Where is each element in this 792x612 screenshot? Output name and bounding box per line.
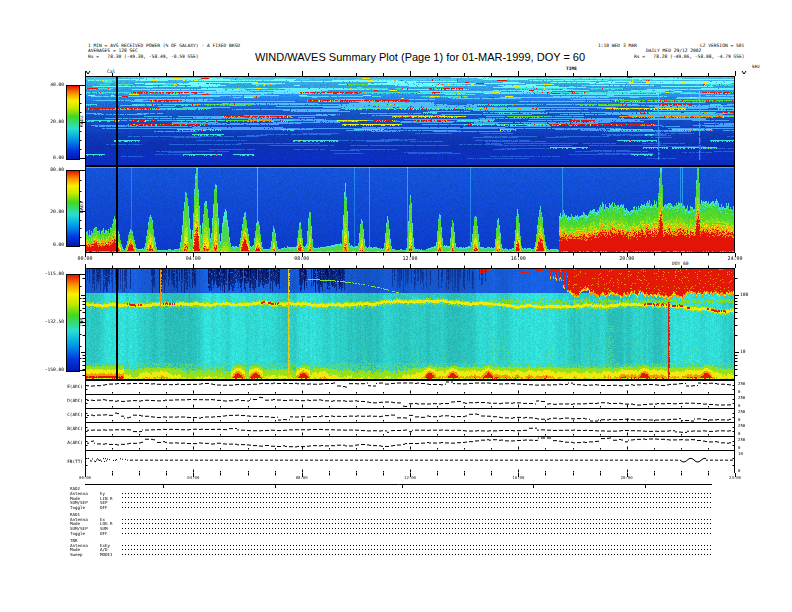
colorbar-tick-label: -115.00 — [28, 271, 64, 276]
strip-label: FB(TT) — [38, 459, 83, 464]
mid-hour-label: 24:00 — [722, 256, 748, 261]
settings-key: Toggle — [70, 505, 100, 510]
colorbar-tick-label: -132.50 — [28, 319, 64, 324]
colorbar-tick-label: 0.00 — [28, 155, 64, 160]
strip-label: E(ADC) — [38, 384, 83, 389]
dotted-leader — [122, 502, 712, 503]
dotted-leader — [122, 533, 712, 534]
tnr-freq-label-10: 10 — [740, 349, 746, 354]
bottom-hour-label: 00:00 — [73, 475, 97, 480]
bottom-hour-label: 20:00 — [615, 475, 639, 480]
settings-value: OFF — [100, 505, 122, 510]
bottom-hour-label: 12:00 — [398, 475, 422, 480]
tnr-freq-label-100: 100 — [740, 292, 748, 297]
settings-row: ToggleOFF — [70, 505, 712, 510]
settings-value: MODE1 — [100, 552, 122, 557]
strip-label: C(ADC) — [38, 412, 83, 417]
colorbar-tick-label: 80.00 — [28, 167, 64, 172]
strip-ymin-label: 0 — [738, 431, 740, 436]
bottom-hour-label: 04:00 — [181, 475, 205, 480]
dotted-leader — [122, 507, 712, 508]
colorbar-tick-label: 20.00 — [28, 209, 64, 214]
bottom-hour-label: 24:00 — [723, 475, 747, 480]
strip-ymax-label: 250 — [738, 423, 745, 428]
mid-hour-label: 04:00 — [180, 256, 206, 261]
strip-ymax-label: 250 — [738, 437, 745, 442]
settings-value: OFF — [100, 531, 122, 536]
dotted-leader — [122, 519, 712, 520]
mid-hour-label: 12:00 — [397, 256, 423, 261]
dotted-leader — [122, 528, 712, 529]
receiver-settings-block: RAD2AntennaEyModeLIN RSUM/SEPSEPToggleOF… — [70, 486, 712, 557]
strip-ymin-label: 0 — [738, 468, 740, 473]
colorbar-tick-label: 20.00 — [28, 119, 64, 124]
strip-ymax-label: 10 — [738, 451, 743, 456]
strip-ymax-label: 250 — [738, 395, 745, 400]
dotted-leader — [122, 554, 712, 555]
strip-ymin-label: 0 — [738, 403, 740, 408]
dotted-leader — [122, 545, 712, 546]
strip-ymax-label: 250 — [738, 409, 745, 414]
mid-hour-label: 16:00 — [505, 256, 531, 261]
bottom-hour-label: 08:00 — [290, 475, 314, 480]
settings-row: SweepMODE1 — [70, 552, 712, 557]
strip-ymin-label: 0 — [738, 389, 740, 394]
page: { "title": "WIND/WAVES Summary Plot (Pag… — [0, 0, 792, 612]
mid-hour-label: 20:00 — [614, 256, 640, 261]
dotted-leader — [122, 549, 712, 550]
dotted-leader — [122, 497, 712, 498]
strip-label: A(ADC) — [38, 440, 83, 445]
colorbar-tick-label: -150.00 — [28, 367, 64, 372]
settings-row: ToggleOFF — [70, 531, 712, 536]
strip-ymin-label: 0 — [738, 445, 740, 450]
settings-key: Sweep — [70, 552, 100, 557]
colorbar-tick-label: 0.00 — [28, 242, 64, 247]
dotted-leader — [122, 523, 712, 524]
strip-ymax-label: 250 — [738, 381, 745, 386]
dotted-leader — [122, 493, 712, 494]
settings-key: Toggle — [70, 531, 100, 536]
mid-hour-label: 08:00 — [289, 256, 315, 261]
colorbar-tick-label: 40.00 — [28, 82, 64, 87]
strip-ymin-label: 0 — [738, 417, 740, 422]
mid-hour-label: 00:00 — [72, 256, 98, 261]
strip-label: D(ADC) — [38, 398, 83, 403]
strip-label: B(ADC) — [38, 426, 83, 431]
bottom-hour-label: 16:00 — [506, 475, 530, 480]
